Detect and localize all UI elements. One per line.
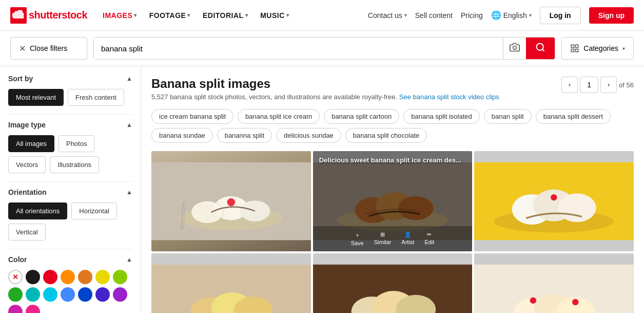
header: shutterstock IMAGES ▾ FOOTAGE ▾ EDITORIA… bbox=[0, 0, 644, 31]
type-photos[interactable]: Photos bbox=[58, 135, 94, 152]
edit-icon: ✏ bbox=[427, 231, 432, 238]
color-dark-orange[interactable] bbox=[78, 270, 92, 284]
image-card-2[interactable]: Delicious sweet banana split ice cream d… bbox=[313, 151, 473, 251]
svg-point-26 bbox=[558, 193, 596, 222]
logo-icon bbox=[10, 7, 27, 24]
tag-banana-split-dessert[interactable]: banana split dessert bbox=[536, 109, 611, 124]
svg-point-16 bbox=[227, 198, 236, 207]
svg-point-12 bbox=[240, 200, 270, 221]
image-card-6[interactable] bbox=[474, 253, 634, 313]
orientation-header[interactable]: Orientation ▲ bbox=[8, 188, 132, 196]
edit-action[interactable]: ✏ Edit bbox=[424, 231, 434, 246]
nav-images-chevron: ▾ bbox=[134, 12, 137, 18]
video-clips-link[interactable]: See banana split stock video clips bbox=[399, 93, 499, 101]
tag-banan-split[interactable]: banan split bbox=[484, 109, 532, 124]
color-indigo[interactable] bbox=[95, 287, 110, 302]
color-green[interactable] bbox=[8, 287, 23, 302]
camera-search-button[interactable] bbox=[503, 38, 526, 59]
logo[interactable]: shutterstock bbox=[10, 7, 87, 24]
orient-vertical[interactable]: Vertical bbox=[8, 224, 46, 241]
prev-page-button[interactable]: ‹ bbox=[561, 77, 578, 93]
image-type-row1: All images Photos bbox=[8, 135, 132, 152]
color-blue[interactable] bbox=[78, 287, 92, 302]
sell-content-link[interactable]: Sell content bbox=[415, 11, 453, 20]
tag-banana-split-chocolate[interactable]: banana split chocolate bbox=[345, 128, 427, 143]
similar-action[interactable]: ⊞ Similar bbox=[374, 231, 392, 246]
search-input-wrap bbox=[93, 37, 555, 60]
nav-editorial-chevron: ▾ bbox=[245, 12, 248, 18]
svg-point-43 bbox=[530, 297, 536, 303]
language-selector[interactable]: 🌐 English ▾ bbox=[491, 10, 532, 20]
tag-bananna-split[interactable]: bananna split bbox=[217, 128, 272, 143]
color-red[interactable] bbox=[43, 270, 57, 284]
image-card-4[interactable] bbox=[151, 253, 311, 313]
contact-us-link[interactable]: Contact us ▾ bbox=[368, 11, 407, 20]
type-illustrations[interactable]: Illustrations bbox=[50, 156, 99, 173]
categories-button[interactable]: Categories ▾ bbox=[561, 37, 634, 60]
image-card-3[interactable] bbox=[474, 151, 634, 251]
save-action[interactable]: ＋ Save bbox=[351, 231, 364, 246]
image-2-actions: ＋ Save ⊞ Similar 👤 Artist ✏ bbox=[313, 226, 473, 251]
page-number-input[interactable] bbox=[580, 77, 598, 93]
similar-icon: ⊞ bbox=[380, 231, 385, 238]
tags-row: ice cream banana split banana split ice … bbox=[151, 109, 634, 143]
color-teal[interactable] bbox=[26, 287, 40, 302]
color-pink[interactable] bbox=[26, 305, 40, 313]
tag-banana-split-cartoon[interactable]: banana split cartoon bbox=[324, 109, 399, 124]
sort-most-relevant[interactable]: Most relevant bbox=[8, 89, 64, 106]
type-all-images[interactable]: All images bbox=[8, 135, 54, 152]
tag-banana-sundae[interactable]: banana sundae bbox=[151, 128, 213, 143]
nav-music[interactable]: MUSIC ▾ bbox=[255, 8, 294, 23]
artist-action[interactable]: 👤 Artist bbox=[401, 231, 414, 246]
svg-rect-6 bbox=[572, 49, 574, 52]
type-vectors[interactable]: Vectors bbox=[8, 156, 46, 173]
image-card-1[interactable] bbox=[151, 151, 311, 251]
nav-footage-chevron: ▾ bbox=[187, 12, 190, 18]
svg-point-44 bbox=[572, 299, 578, 305]
color-green-light[interactable] bbox=[113, 270, 127, 284]
close-filters-button[interactable]: ✕ Close filters bbox=[10, 37, 87, 60]
orientation-row1: All orientations Horizontal bbox=[8, 202, 132, 219]
nav-editorial[interactable]: EDITORIAL ▾ bbox=[198, 8, 253, 23]
image-card-5[interactable] bbox=[313, 253, 473, 313]
language-chevron: ▾ bbox=[529, 12, 532, 18]
login-button[interactable]: Log in bbox=[540, 7, 581, 24]
color-orange[interactable] bbox=[61, 270, 75, 284]
image-type-row2: Vectors Illustrations bbox=[8, 156, 132, 173]
camera-icon bbox=[510, 42, 520, 52]
search-input[interactable] bbox=[94, 38, 503, 59]
nav-footage[interactable]: FOOTAGE ▾ bbox=[144, 8, 196, 23]
main-content: Banana split images 5,527 banana split s… bbox=[141, 66, 644, 313]
color-violet[interactable] bbox=[8, 305, 23, 313]
tag-ice-cream-banana-split[interactable]: ice cream banana split bbox=[151, 109, 233, 124]
color-blue-light[interactable] bbox=[61, 287, 75, 302]
tag-banana-split-isolated[interactable]: banana split isolated bbox=[403, 109, 480, 124]
color-black[interactable] bbox=[26, 270, 40, 284]
globe-icon: 🌐 bbox=[491, 10, 501, 20]
color-cyan[interactable] bbox=[43, 287, 57, 302]
pricing-link[interactable]: Pricing bbox=[461, 11, 483, 20]
sort-by-section: Sort by ▲ Most relevant Fresh content bbox=[8, 75, 132, 106]
image-type-header[interactable]: Image type ▲ bbox=[8, 121, 132, 129]
next-page-button[interactable]: › bbox=[600, 77, 617, 93]
orient-horizontal[interactable]: Horizontal bbox=[71, 202, 117, 219]
tag-banana-split-ice-cream[interactable]: banana split ice cream bbox=[238, 109, 320, 124]
image-3-visual bbox=[474, 151, 634, 251]
logo-text: shutterstock bbox=[29, 9, 87, 21]
sort-fresh-content[interactable]: Fresh content bbox=[68, 89, 124, 106]
orient-all[interactable]: All orientations bbox=[8, 202, 67, 219]
color-yellow[interactable] bbox=[95, 270, 110, 284]
color-grid: ✕ bbox=[8, 270, 132, 313]
svg-line-3 bbox=[542, 49, 544, 51]
main-layout: Sort by ▲ Most relevant Fresh content Im… bbox=[0, 66, 644, 313]
color-purple[interactable] bbox=[113, 287, 127, 302]
color-header[interactable]: Color ▲ bbox=[8, 255, 132, 264]
nav-images[interactable]: IMAGES ▾ bbox=[97, 8, 142, 23]
image-1-visual bbox=[151, 151, 311, 251]
color-clear[interactable]: ✕ bbox=[8, 270, 23, 284]
tag-delicious-sundae[interactable]: delicious sundae bbox=[276, 128, 341, 143]
search-submit-button[interactable] bbox=[526, 38, 555, 59]
sort-by-header[interactable]: Sort by ▲ bbox=[8, 75, 132, 83]
image-4-visual bbox=[151, 253, 311, 313]
signup-button[interactable]: Sign up bbox=[589, 7, 634, 24]
